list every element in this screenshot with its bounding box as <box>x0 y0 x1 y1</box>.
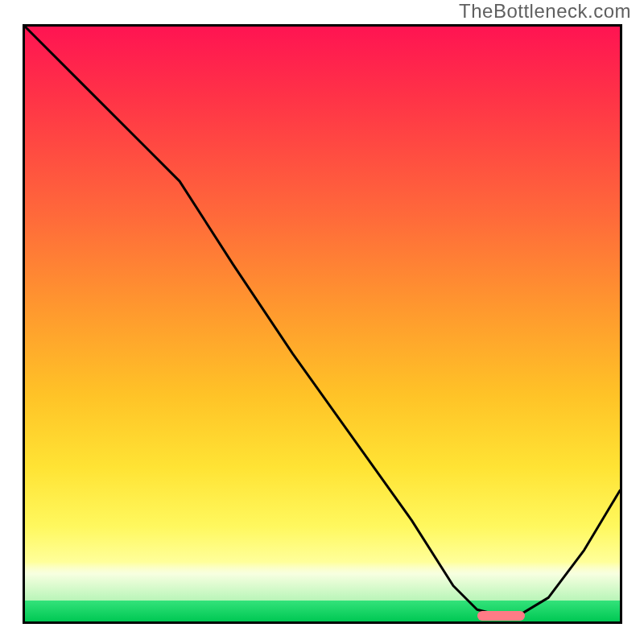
bottleneck-curve <box>25 27 620 621</box>
watermark-text: TheBottleneck.com <box>459 0 631 23</box>
optimal-range-marker <box>477 611 525 621</box>
chart-area <box>23 24 622 624</box>
